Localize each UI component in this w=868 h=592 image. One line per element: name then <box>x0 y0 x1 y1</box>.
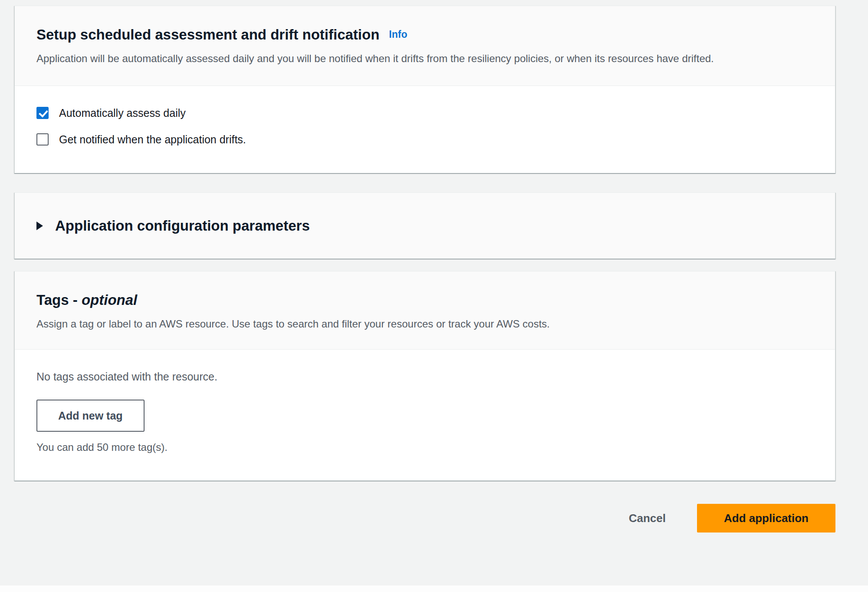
auto-assess-daily-row[interactable]: Automatically assess daily <box>36 107 813 119</box>
scheduled-assessment-card: Setup scheduled assessment and drift not… <box>14 6 835 173</box>
tags-empty-state-text: No tags associated with the resource. <box>36 370 813 383</box>
cancel-button[interactable]: Cancel <box>629 512 666 525</box>
tags-title: Tags - optional <box>36 291 813 309</box>
auto-assess-daily-checkbox[interactable] <box>36 107 49 119</box>
auto-assess-daily-label[interactable]: Automatically assess daily <box>59 107 186 119</box>
footer-actions: Cancel Add application <box>0 504 835 532</box>
info-link[interactable]: Info <box>389 29 407 40</box>
drift-notification-label[interactable]: Get notified when the application drifts… <box>59 133 246 146</box>
triangle-right-icon <box>36 222 43 230</box>
tags-title-optional: optional <box>82 292 137 308</box>
drift-notification-checkbox[interactable] <box>36 133 49 146</box>
app-config-parameters-expander[interactable]: Application configuration parameters <box>14 192 835 259</box>
scheduled-assessment-card-header: Setup scheduled assessment and drift not… <box>15 6 835 86</box>
tags-remaining-text: You can add 50 more tag(s). <box>36 441 813 453</box>
tags-card: Tags - optional Assign a tag or label to… <box>14 271 835 481</box>
tags-description: Assign a tag or label to an AWS resource… <box>36 316 813 332</box>
tags-card-header: Tags - optional Assign a tag or label to… <box>15 271 835 350</box>
scheduled-assessment-title-text: Setup scheduled assessment and drift not… <box>36 26 379 43</box>
tags-title-text: Tags <box>36 292 69 308</box>
tags-card-body: No tags associated with the resource. Ad… <box>15 350 835 480</box>
tags-title-separator: - <box>73 292 78 308</box>
scheduled-assessment-card-body: Automatically assess daily Get notified … <box>15 86 835 173</box>
add-application-form: Setup scheduled assessment and drift not… <box>0 0 868 532</box>
add-new-tag-button[interactable]: Add new tag <box>36 400 145 432</box>
bottom-strip <box>0 585 868 592</box>
drift-notification-row[interactable]: Get notified when the application drifts… <box>36 133 813 146</box>
app-config-parameters-title: Application configuration parameters <box>55 217 310 235</box>
add-application-button[interactable]: Add application <box>697 504 835 532</box>
scheduled-assessment-title: Setup scheduled assessment and drift not… <box>36 26 813 43</box>
scheduled-assessment-description: Application will be automatically assess… <box>36 50 813 66</box>
